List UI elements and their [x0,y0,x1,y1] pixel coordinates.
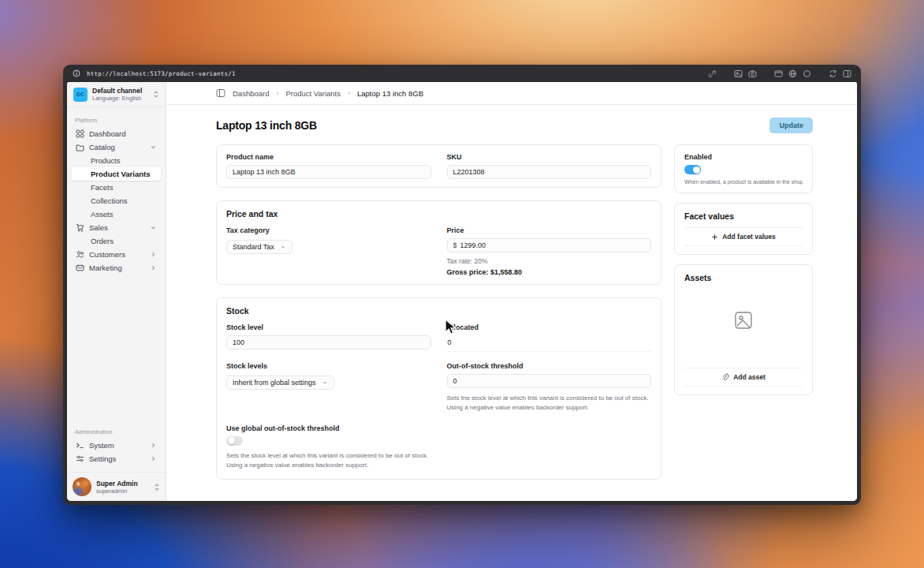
updown-chevron-icon [154,483,160,491]
sidebar-item-label: Catalog [89,143,115,151]
sidebar-item-label: Product Variants [91,170,151,178]
breadcrumb-item[interactable]: Dashboard [233,89,269,98]
cart-icon [76,223,84,232]
oos-threshold-input[interactable]: 0 [447,374,652,388]
tax-category-label: Tax category [226,226,431,234]
sidebar-item-label: Collections [91,196,127,205]
stock-level-label: Stock level [226,323,431,331]
chevron-right-icon [150,442,157,449]
global-oos-label: Use global out-of-stock threshold [226,424,651,432]
sliders-icon [76,454,84,463]
user-role: superadmin [96,488,149,495]
update-button[interactable]: Update [769,118,813,133]
sidebar-item-dashboard[interactable]: Dashboard [72,127,161,140]
oos-threshold-value: 0 [453,377,457,385]
globe-icon[interactable] [788,69,797,78]
facet-values-card: Facet values Add facet values [674,203,813,255]
sidebar-item-orders[interactable]: Orders [72,234,161,248]
sidebar-item-label: Assets [91,210,114,219]
price-tax-card: Price and tax Tax category Standard Tax [216,200,661,285]
oos-threshold-label: Out-of-stock threshold [447,362,652,370]
window-icon[interactable] [774,69,783,78]
assets-title: Assets [684,273,803,282]
add-asset-button[interactable]: Add asset [684,368,803,387]
allocated-label: Allocated [447,323,652,331]
sidebar-item-settings[interactable]: Settings [72,452,161,465]
sidebar-item-label: System [89,441,114,450]
channel-selector[interactable]: DC Default channel Language: English [67,82,166,107]
avatar [73,477,91,496]
stock-levels-select[interactable]: Inherit from global settings [226,376,334,390]
product-name-input[interactable]: Laptop 13 inch 8GB [226,165,431,179]
stock-levels-value: Inherit from global settings [233,379,316,387]
user-menu[interactable]: Super Admin superadmin [67,472,166,501]
customers-icon [76,250,84,259]
sku-value: L2201308 [453,168,485,176]
sidebar-item-label: Dashboard [89,129,125,138]
add-facet-values-button[interactable]: Add facet values [684,227,803,246]
enabled-toggle[interactable] [684,165,701,174]
record-icon[interactable] [803,69,811,78]
allocated-value: 0 [447,335,652,352]
section-label-administration: Administration [75,428,158,435]
stock-card: Stock Stock level 100 [216,297,661,480]
sidebar-item-marketing[interactable]: Marketing [72,261,161,275]
breadcrumb-separator: › [348,89,350,97]
product-name-value: Laptop 13 inch 8GB [233,168,296,176]
price-input[interactable]: $ 1299.00 [447,238,652,252]
main-content: Dashboard › Product Variants › Laptop 13… [166,82,857,501]
terminal-icon [76,441,84,450]
sidebar-item-catalog[interactable]: Catalog [72,140,161,154]
sidebar-item-customers[interactable]: Customers [72,248,161,261]
sidebar-item-products[interactable]: Products [72,154,161,167]
sidebar-item-assets[interactable]: Assets [72,207,161,221]
stock-title: Stock [226,306,651,316]
stock-levels-label: Stock levels [226,362,431,370]
sidebar-item-label: Orders [91,237,114,245]
tax-category-select[interactable]: Standard Tax [226,240,292,254]
user-name: Super Admin [96,480,149,488]
price-tax-title: Price and tax [226,209,651,219]
window-titlebar: http://localhost:5173/product-variants/1 [63,65,861,82]
url-text[interactable]: http://localhost:5173/product-variants/1 [87,70,236,77]
panel-toggle-icon[interactable] [216,88,225,98]
sidebar: DC Default channel Language: English Pla… [67,82,166,501]
global-oos-help: Sets the stock level at which this varia… [226,451,433,471]
breadcrumb-separator: › [276,89,278,97]
enabled-card: Enabled When enabled, a product is avail… [674,144,813,193]
sidebar-item-collections[interactable]: Collections [72,194,161,207]
page-scroll-area[interactable]: Laptop 13 inch 8GB Update Product name [166,105,857,501]
sidebar-item-system[interactable]: System [72,439,161,452]
assets-card: Assets Add as [674,264,813,395]
currency-symbol: $ [453,241,457,249]
sidebar-item-product-variants[interactable]: Product Variants [72,167,161,181]
catalog-icon [76,143,84,151]
sync-icon[interactable] [829,69,837,78]
sidebar-item-label: Facets [91,183,114,192]
sidebar-item-facets[interactable]: Facets [72,181,161,194]
admin-app: DC Default channel Language: English Pla… [67,82,857,501]
paperclip-icon [721,373,729,381]
chevron-down-icon [280,244,286,250]
price-label: Price [447,226,652,234]
sku-input[interactable]: L2201308 [447,165,652,179]
dashboard-icon [76,129,84,138]
plus-icon [711,234,718,241]
tax-rate-text: Tax rate: 20% [447,257,652,265]
camera-icon[interactable] [748,69,757,78]
sidebar-icon[interactable] [843,69,851,78]
global-oos-toggle[interactable] [226,436,243,446]
add-facet-values-label: Add facet values [722,233,776,241]
add-asset-label: Add asset [733,373,766,381]
marketing-icon [76,263,84,272]
breadcrumb-item[interactable]: Product Variants [285,89,341,98]
enabled-label: Enabled [684,153,803,161]
sidebar-item-sales[interactable]: Sales [72,221,161,234]
page-title: Laptop 13 inch 8GB [216,119,317,132]
stock-level-input[interactable]: 100 [226,335,431,349]
screenshot-icon[interactable] [734,69,743,78]
sidebar-item-label: Customers [89,250,125,259]
sidebar-item-label: Marketing [89,263,122,272]
link-icon[interactable] [708,69,717,78]
breadcrumb: Dashboard › Product Variants › Laptop 13… [166,82,857,105]
